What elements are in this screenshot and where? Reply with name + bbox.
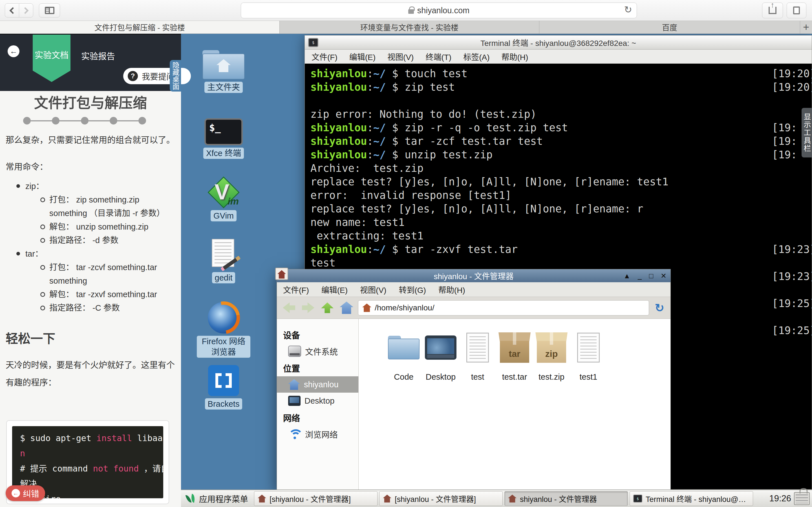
sidebar-item-shiyanlou[interactable]: shiyanlou [277, 376, 358, 393]
desktop-icon-home-folder[interactable]: 主文件夹 [197, 50, 250, 93]
file-test.zip[interactable]: ziptest.zip [535, 327, 568, 382]
file-desktop[interactable]: Desktop [424, 327, 458, 382]
terminal-line [310, 94, 806, 108]
applications-menu-button[interactable]: 应用程序菜单 [181, 490, 253, 507]
terminal-titlebar[interactable]: $ Terminal 终端 - shiyanlou@368292ef82ea: … [305, 36, 812, 50]
progress-dot [81, 117, 89, 124]
terminal-menu-item[interactable]: 终端(T) [425, 51, 451, 62]
terminal-line: shiyanlou:~/ $ tar -zcf test.tar test[19… [310, 135, 806, 148]
hide-desktop-tab[interactable]: 隐藏桌面 [170, 60, 181, 92]
question-icon: ? [128, 71, 138, 81]
terminal-menu-item[interactable]: 编辑(E) [349, 51, 375, 62]
file-manager-titlebar[interactable]: shiyanlou - 文件管理器 ▲_□✕ [277, 269, 670, 282]
file-test.tar[interactable]: tartest.tar [498, 327, 531, 382]
disk-icon [288, 346, 301, 357]
taskbar-window-1[interactable]: [shiyanlou - 文件管理器] [254, 491, 377, 506]
text-file-icon [466, 333, 489, 362]
tab-lab-document[interactable]: 实验文档 [33, 35, 70, 82]
taskbar-window-4[interactable]: $Terminal 终端 - shiyanlou@… [629, 491, 753, 506]
show-toolbar-tab[interactable]: 显示工具栏 [802, 108, 812, 158]
sidebar-item-desktop[interactable]: Desktop [277, 393, 358, 409]
terminal-line: shiyanlou:~/ $ zip -r -q -o test.zip tes… [310, 121, 806, 135]
file-label: test.tar [502, 372, 527, 382]
fm-menu-item[interactable]: 转到(G) [399, 284, 426, 295]
taskbar: 应用程序菜单 [shiyanlou - 文件管理器][shiyanlou - 文… [181, 490, 812, 507]
report-error-button[interactable]: ← 纠错 [6, 485, 45, 501]
terminal-menu-item[interactable]: 文件(F) [312, 51, 338, 62]
home-icon [340, 302, 353, 314]
desktop-icon-firefox[interactable]: Firefox 网络浏览器 [197, 302, 250, 358]
command-group: tar：打包： tar -zcvf something.tar somethin… [26, 247, 175, 315]
back-arrow-icon [283, 302, 295, 313]
fm-forward-button[interactable] [301, 300, 316, 316]
fm-up-button[interactable] [320, 300, 335, 316]
maximize-button[interactable]: □ [649, 272, 653, 280]
terminal-menu-item[interactable]: 帮助(H) [502, 51, 528, 62]
fm-menu-item[interactable]: 文件(F) [283, 284, 309, 295]
taskbar-window-3[interactable]: shiyanlou - 文件管理器 [504, 491, 628, 506]
terminal-line: zip error: Nothing to do! (test.zip) [310, 108, 806, 121]
command-item: 打包： tar -zcvf something.tar something [49, 261, 175, 288]
url-text: shiyanlou.com [417, 6, 469, 15]
fm-refresh-button[interactable]: ↻ [655, 301, 664, 314]
browser-tab-2[interactable]: 环境变量与文件查找 - 实验楼 [280, 21, 539, 34]
home-folder-icon [202, 50, 245, 79]
file-code[interactable]: Code [387, 327, 421, 382]
fm-menu-item[interactable]: 视图(V) [360, 284, 386, 295]
taskbar-window-label: shiyanlou - 文件管理器 [520, 493, 597, 504]
reload-icon[interactable]: ↻ [624, 4, 632, 15]
page-content: 主文件夹$_Xfce 终端VimGVimgeditFirefox 网络浏览器Br… [0, 34, 812, 507]
taskbar-window-2[interactable]: [shiyanlou - 文件管理器] [379, 491, 503, 506]
remote-desktop: 主文件夹$_Xfce 终端VimGVimgeditFirefox 网络浏览器Br… [181, 34, 812, 507]
progress-segment [31, 120, 52, 121]
keyboard-icon[interactable] [794, 492, 810, 505]
browser-tabs-overview-button[interactable] [786, 3, 806, 18]
terminal-timestamp: [19: [772, 121, 797, 135]
zip-archive-icon: zip [537, 341, 566, 363]
desktop-icon-terminal[interactable]: $_Xfce 终端 [197, 118, 250, 159]
doc-title: 文件打包与解压缩 [6, 92, 175, 112]
browser-back-button[interactable] [5, 3, 19, 17]
url-bar[interactable]: shiyanlou.com ↻ [241, 3, 637, 18]
folder-icon [388, 336, 419, 359]
terminal-menu-item[interactable]: 标签(A) [463, 51, 490, 62]
browser-forward-button[interactable] [19, 3, 33, 17]
new-tab-button[interactable]: + [800, 21, 812, 34]
desktop-icon-gedit[interactable]: gedit [197, 239, 250, 283]
file-label: test [471, 372, 485, 382]
fm-back-button[interactable] [282, 300, 297, 316]
sidebar-item-浏览网络[interactable]: 浏览网络 [277, 426, 358, 442]
command-item: 打包： zip something.zip something （目录请加 -r… [49, 193, 175, 220]
doc-back-button[interactable]: ← [8, 45, 19, 57]
file-test1[interactable]: test1 [571, 327, 605, 382]
close-button[interactable]: ✕ [661, 272, 666, 280]
fm-path: /home/shiyanlou/ [375, 303, 435, 313]
fm-menu-item[interactable]: 帮助(H) [439, 284, 465, 295]
desktop-icon-brackets[interactable]: Brackets [197, 365, 250, 409]
browser-tab-3[interactable]: 百度 [539, 21, 800, 34]
browser-share-button[interactable] [762, 3, 783, 18]
browser-tab-1[interactable]: 文件打包与解压缩 - 实验楼 [0, 21, 280, 34]
browser-sidebar-button[interactable] [39, 3, 60, 17]
command-item: 指定路径： -d 参数 [49, 233, 175, 247]
fm-address-bar[interactable]: /home/shiyanlou/ [358, 300, 649, 316]
tab-lab-report[interactable]: 实验报告 [81, 49, 115, 62]
display-icon [425, 335, 456, 360]
file-manager-window[interactable]: shiyanlou - 文件管理器 ▲_□✕ 文件(F)编辑(E)视图(V)转到… [276, 269, 671, 490]
sidebar-item-文件系统[interactable]: 文件系统 [277, 343, 358, 359]
desktop-icon-gvim[interactable]: VimGVim [197, 177, 250, 221]
terminal-line: shiyanlou:~/ $ touch test[19:20] [310, 67, 806, 80]
forward-arrow-icon [302, 302, 314, 313]
command-item: 解包： unzip something.zip [49, 220, 175, 233]
file-test[interactable]: test [461, 327, 495, 382]
fm-menu-item[interactable]: 编辑(E) [321, 284, 348, 295]
fm-home-button[interactable] [339, 300, 354, 316]
shade-button[interactable]: ▲ [623, 272, 630, 280]
home-icon [258, 495, 266, 503]
code-line: $ sudo apt-get install libaa-bi [20, 431, 155, 446]
chevron-left-icon [9, 7, 16, 14]
progress-dot [52, 117, 59, 124]
terminal-menu-item[interactable]: 视图(V) [388, 51, 414, 62]
minimize-button[interactable]: _ [638, 272, 642, 280]
home-icon [277, 270, 286, 279]
